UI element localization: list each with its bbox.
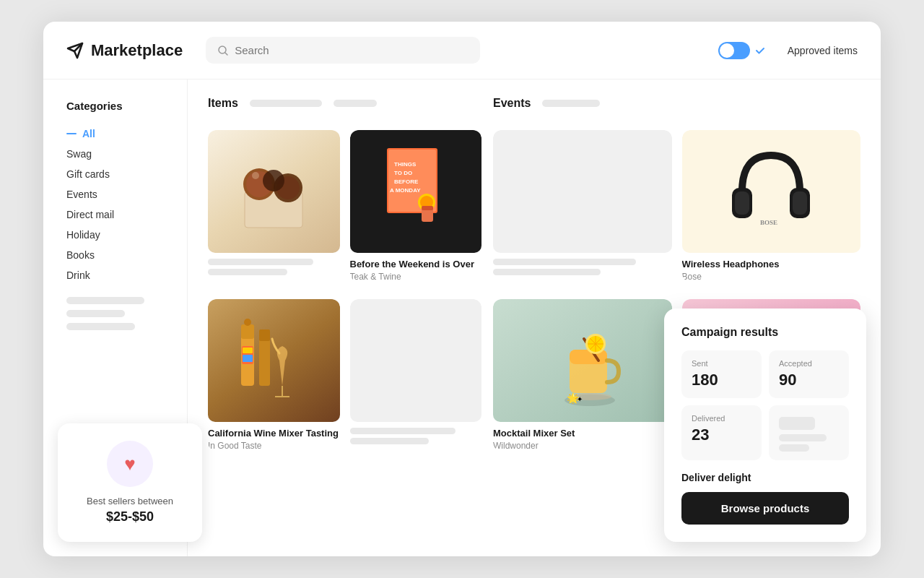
fourth-stat-skeleton	[769, 405, 849, 460]
wine-illustration	[230, 306, 317, 415]
sidebar-item-giftcards[interactable]: Gift cards	[66, 164, 164, 184]
toggle-knob	[720, 43, 734, 58]
sidebar-item-all[interactable]: All	[66, 124, 164, 144]
book-name: Before the Weekend is Over	[350, 259, 482, 269]
headphones-brand: Bose	[682, 272, 861, 282]
product-placeholder-2-image	[350, 299, 482, 422]
svg-rect-31	[243, 348, 253, 353]
svg-rect-21	[793, 191, 807, 215]
accepted-value: 90	[779, 371, 839, 389]
campaign-title: Campaign results	[681, 326, 849, 339]
events-header-skeleton	[542, 100, 600, 107]
sidebar-item-swag-label: Swag	[66, 148, 92, 160]
sidebar-item-events[interactable]: Events	[66, 184, 164, 204]
items-header-skeleton-2	[334, 100, 377, 107]
svg-text:A MONDAY: A MONDAY	[390, 187, 421, 194]
mocktail-image: 🌟 ✦	[493, 299, 672, 422]
chocolate-name-skeleton	[208, 259, 313, 265]
chocolate-illustration	[230, 148, 317, 235]
accepted-stat: Accepted 90	[769, 350, 849, 398]
svg-text:THINGS: THINGS	[394, 161, 417, 168]
sidebar-item-drink[interactable]: Drink	[66, 265, 164, 285]
sidebar-item-drink-label: Drink	[66, 269, 90, 281]
best-sellers-label: Best sellers between	[87, 496, 173, 506]
logo: Marketplace	[66, 41, 183, 60]
wine-image	[208, 299, 340, 422]
sidebar-item-all-label: All	[82, 128, 95, 139]
svg-rect-26	[259, 339, 270, 386]
svg-rect-24	[241, 324, 254, 339]
search-icon	[217, 45, 229, 56]
product-card-mocktail[interactable]: 🌟 ✦ Mocktail Mixer Set Wildwonder	[493, 299, 672, 451]
deliver-label: Deliver delight	[681, 472, 849, 483]
sidebar-item-events-label: Events	[66, 189, 97, 200]
svg-text:TO DO: TO DO	[394, 170, 412, 176]
mocktail-brand: Wildwonder	[493, 441, 672, 451]
chocolate-image	[208, 130, 340, 253]
sent-stat: Sent 180	[681, 350, 762, 398]
sidebar-item-holiday[interactable]: Holiday	[66, 225, 164, 245]
main-container: Marketplace Approved items Categ	[43, 22, 881, 556]
book-illustration: THINGS TO DO BEFORE A MONDAY	[380, 144, 452, 238]
chocolate-brand-skeleton	[208, 269, 287, 275]
svg-rect-27	[259, 329, 270, 341]
product-card-chocolate[interactable]	[208, 130, 340, 282]
sent-value: 180	[692, 371, 751, 389]
campaign-panel: Campaign results Sent 180 Accepted 90 De…	[664, 309, 866, 542]
svg-rect-32	[243, 355, 253, 362]
event-placeholder-brand	[493, 269, 601, 275]
svg-rect-17	[422, 206, 433, 210]
best-sellers-card: ♥ Best sellers between $25-$50	[58, 423, 202, 542]
mocktail-name: Mocktail Mixer Set	[493, 428, 672, 439]
categories-title: Categories	[66, 100, 164, 112]
product-card-placeholder-2[interactable]	[350, 299, 482, 451]
product-card-wine[interactable]: California Wine Mixer Tasting In Good Ta…	[208, 299, 340, 451]
best-sellers-price: $25-$50	[106, 509, 154, 525]
headphones-illustration: BOSE	[720, 141, 821, 242]
headphones-name: Wireless Headphones	[682, 259, 861, 269]
delivered-label: Delivered	[692, 414, 751, 423]
sidebar-item-directmail[interactable]: Direct mail	[66, 204, 164, 225]
delivered-value: 23	[692, 426, 751, 444]
logo-icon	[66, 42, 84, 59]
sidebar-item-swag[interactable]: Swag	[66, 144, 164, 164]
items-section-header: Items	[208, 97, 481, 110]
browse-products-button[interactable]: Browse products	[681, 492, 849, 525]
sidebar-item-directmail-label: Direct mail	[66, 209, 114, 220]
sidebar-item-books[interactable]: Books	[66, 245, 164, 265]
product-card-book[interactable]: THINGS TO DO BEFORE A MONDAY	[350, 130, 482, 282]
svg-text:BOSE: BOSE	[760, 219, 777, 226]
search-bar[interactable]	[206, 37, 480, 64]
header: Marketplace Approved items	[43, 22, 881, 79]
events-section-header: Events	[493, 97, 860, 110]
fourth-stat-skeleton-1	[779, 417, 815, 430]
heart-icon: ♥	[124, 453, 135, 475]
logo-text: Marketplace	[91, 41, 183, 60]
event-placeholder-name	[493, 259, 636, 265]
delivered-stat: Delivered 23	[681, 405, 762, 460]
wine-brand: In Good Taste	[208, 441, 340, 451]
headphones-image: BOSE	[682, 130, 861, 253]
heart-container: ♥	[107, 441, 153, 487]
svg-rect-19	[735, 191, 749, 215]
approved-label: Approved items	[788, 45, 858, 56]
book-image: THINGS TO DO BEFORE A MONDAY	[350, 130, 482, 253]
product-card-headphones[interactable]: BOSE Wireless Headphones Bose	[682, 130, 861, 282]
svg-text:✦: ✦	[577, 395, 583, 403]
events-title: Events	[493, 97, 531, 110]
sidebar-item-giftcards-label: Gift cards	[66, 168, 110, 180]
campaign-stats: Sent 180 Accepted 90 Delivered 23	[681, 350, 849, 460]
accepted-label: Accepted	[779, 359, 839, 368]
search-input[interactable]	[235, 44, 468, 56]
event-card-placeholder[interactable]	[493, 130, 672, 282]
sidebar-item-holiday-label: Holiday	[66, 229, 100, 241]
approved-toggle[interactable]	[718, 42, 750, 59]
book-brand: Teak & Twine	[350, 272, 482, 282]
wine-name: California Wine Mixer Tasting	[208, 428, 340, 439]
fourth-stat-skeleton-2	[779, 434, 827, 441]
svg-point-7	[252, 172, 259, 179]
event-placeholder-image	[493, 130, 672, 253]
header-right: Approved items	[718, 42, 858, 59]
items-header-skeleton-1	[250, 100, 322, 107]
product-placeholder-2-name	[350, 428, 456, 434]
